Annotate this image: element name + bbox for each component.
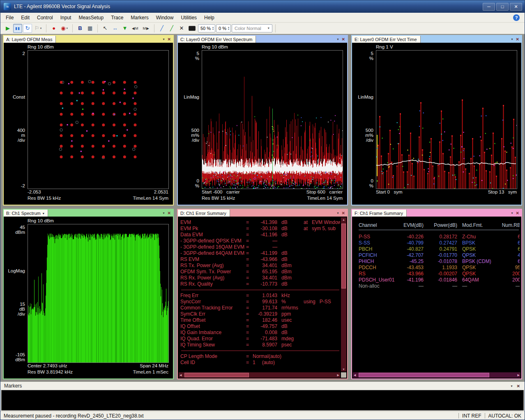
display-button[interactable]	[187, 24, 197, 33]
panel-menu-icon[interactable]: ▾	[511, 211, 513, 215]
scrollbar-corner	[341, 372, 346, 378]
axis-scale-button[interactable]: ↔	[111, 24, 120, 33]
panel-e-title: E: Layer0 OFDM Err Vect Time	[355, 37, 417, 42]
timelen-label: TimeLen 1 mSec	[133, 369, 169, 375]
horizontal-scrollbar[interactable]: ◀▶	[179, 372, 340, 378]
color-scheme-dropdown[interactable]: Color Normal▾	[232, 24, 272, 32]
int-ref-indicator: INT REF	[462, 413, 481, 419]
y-max-label: 5 %	[369, 51, 373, 61]
play-button[interactable]: ▶	[3, 24, 12, 33]
menu-item-control[interactable]: Control	[33, 14, 57, 22]
window-layout-button[interactable]: ▦	[85, 24, 94, 33]
summary-row: Freq Err=1.0143kHz	[180, 293, 340, 299]
panel-menu-icon[interactable]: ▾	[163, 37, 165, 41]
panel-menu-icon[interactable]: ▾	[337, 211, 339, 215]
menu-item-utilities[interactable]: Utilities	[177, 14, 200, 22]
panel-close-icon[interactable]: ✕	[516, 37, 519, 42]
title-bar: ≈ LTE - Agilent 89600B Vector Signal Ana…	[0, 0, 525, 13]
trace-line-green-button[interactable]: ╱	[167, 24, 176, 33]
menu-item-trace[interactable]: Trace	[107, 14, 127, 22]
pointer-tool-button[interactable]: ↖	[101, 24, 110, 33]
menu-item-file[interactable]: File	[2, 14, 17, 22]
panel-a-title: A: Layer0 OFDM Meas	[6, 37, 52, 42]
markers-close-icon[interactable]: ✕	[517, 384, 520, 388]
x-right-label: Span 24 MHz	[140, 363, 168, 369]
y-perdiv-label: 15 dB /div	[18, 302, 25, 316]
scrollbar-thumb[interactable]	[359, 373, 489, 377]
window-b-button[interactable]: B	[76, 24, 85, 33]
app-icon: ≈	[4, 3, 11, 10]
panel-menu-icon[interactable]: ▾	[337, 37, 339, 41]
markers-menu-icon[interactable]: ▾	[511, 384, 513, 388]
maximize-button[interactable]: □	[496, 3, 509, 11]
panel-f-title: F: Ch1 Frame Summary	[355, 211, 403, 216]
x-left-label: -2.053	[28, 189, 41, 195]
toolbar-separator	[46, 24, 46, 32]
y-axis-labels: 45 dBm LogMag 15 dB /div -105 dBm	[5, 224, 28, 363]
evm-time-canvas[interactable]	[376, 51, 517, 189]
panel-menu-icon[interactable]: ▾	[511, 37, 513, 41]
close-button[interactable]: ✕	[510, 3, 522, 11]
math-button[interactable]: ✕	[177, 24, 186, 33]
panel-menu-icon[interactable]: ▾	[163, 211, 165, 215]
summary-row: SymClk Err=-0.39219ppm	[180, 311, 340, 317]
menu-item-markers[interactable]: Markers	[127, 14, 152, 22]
trace-line-blue-button[interactable]: ╱	[157, 24, 166, 33]
vertical-scrollbar[interactable]: ▲▼	[341, 217, 346, 372]
y-min-label: -2	[21, 183, 25, 188]
marker-next-button[interactable]: M▶	[141, 24, 151, 33]
panel-close-icon[interactable]: ✕	[168, 211, 171, 215]
toolbar-separator	[275, 24, 276, 32]
menu-item-input[interactable]: Input	[57, 14, 75, 22]
constellation-canvas[interactable]	[28, 51, 168, 189]
panel-f-tab[interactable]: F: Ch1 Frame Summary	[352, 210, 407, 217]
recording-player-button[interactable]: ◉▾	[59, 24, 69, 33]
panel-c-tab[interactable]: C: Layer0 OFDM Err Vect Spectrum	[178, 36, 256, 43]
evm-spectrum-canvas[interactable]	[202, 51, 343, 189]
summary-row: - 3GPP-defined 16QAM EVM=—	[180, 244, 340, 250]
toolbar-separator	[97, 24, 98, 32]
scrollbar-thumb[interactable]	[184, 373, 249, 377]
panel-b-tab[interactable]: B: Ch1 Spectrum ▾	[4, 210, 48, 217]
tab-dropdown-icon[interactable]: ▾	[43, 212, 44, 215]
record-button[interactable]: ●	[49, 24, 58, 33]
y-axis-labels: 2 Const 400 m /div -2	[5, 50, 28, 189]
panel-a-tab[interactable]: A: Layer0 OFDM Meas	[4, 36, 56, 43]
frame-summary-row: PDCCH-43.4531.1933QPSK95	[359, 265, 520, 271]
peak-search-button[interactable]: ▼	[120, 24, 129, 33]
offset-percent-spinner[interactable]: 0 %▴▾	[216, 24, 231, 32]
horizontal-scrollbar[interactable]: ◀▶	[353, 372, 520, 378]
y-min-label: 0 %	[369, 178, 373, 188]
range-label: Rng 10 dBm	[28, 217, 172, 224]
menu-item-meassetup[interactable]: MeasSetup	[75, 14, 107, 22]
panel-e-err-vect-time: E: Layer0 OFDM Err Vect Time ▾ ✕ Rng 1 V…	[351, 35, 522, 205]
sweep-mode-button[interactable]: ⚐▾	[33, 24, 43, 33]
app-window: ≈ LTE - Agilent 89600B Vector Signal Ana…	[0, 0, 525, 420]
toolbar-separator	[154, 24, 154, 32]
frame-summary-header: Channel EVM(dB) Power(dB) Mod.Fmt. Num.R…	[359, 222, 520, 228]
marker-prev-button[interactable]: ◀M	[130, 24, 140, 33]
scrollbar-thumb[interactable]	[341, 224, 346, 288]
resbw-label: Res BW 3.81942 kHz	[28, 369, 73, 375]
panel-close-icon[interactable]: ✕	[516, 211, 519, 215]
scale-percent-spinner[interactable]: 50 %▴▾	[198, 24, 215, 32]
status-message: Measurement paused - recording RevD_2450…	[4, 413, 455, 419]
restart-button[interactable]: ↻	[23, 24, 32, 33]
pause-button[interactable]: ▮▮	[13, 24, 22, 33]
menu-item-edit[interactable]: Edit	[17, 14, 33, 22]
spectrum-canvas[interactable]	[28, 224, 168, 362]
frame-summary-row: PDSCH_User01-41.196-0.0184664QAM200	[359, 277, 520, 283]
panel-e-tab[interactable]: E: Layer0 OFDM Err Vect Time	[352, 36, 421, 43]
frame-summary-row: PHICH-45.25-0.01078BPSK (CDM)6	[359, 258, 520, 265]
panel-d-tab[interactable]: D: Ch1 Error Summary	[178, 210, 230, 217]
summary-row: OFDM Sym. Tx. Power=65.195dBm	[180, 269, 340, 275]
menu-item-help[interactable]: Help	[200, 14, 218, 22]
menu-item-window[interactable]: Window	[152, 14, 177, 22]
help-icon[interactable]: ?	[513, 14, 520, 21]
panel-close-icon[interactable]: ✕	[342, 37, 345, 42]
status-bar: Measurement paused - recording RevD_2450…	[0, 411, 525, 420]
minimize-button[interactable]: ─	[483, 3, 495, 11]
panel-close-icon[interactable]: ✕	[168, 37, 171, 42]
markers-body	[1, 390, 524, 411]
panel-close-icon[interactable]: ✕	[342, 211, 345, 215]
